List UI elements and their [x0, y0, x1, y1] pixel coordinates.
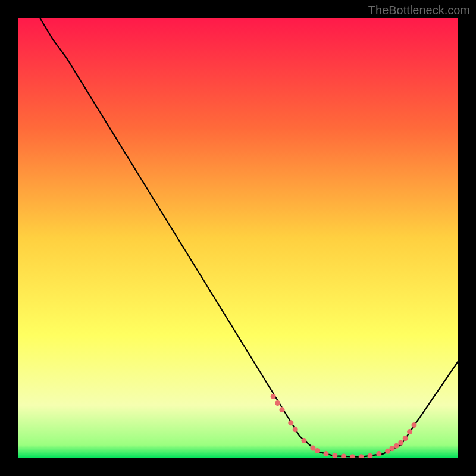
highlight-dot: [407, 429, 412, 434]
highlight-dot: [280, 407, 285, 412]
highlight-dot: [403, 436, 408, 441]
watermark-text: TheBottleneck.com: [368, 4, 470, 17]
highlight-dot: [315, 448, 320, 453]
highlight-dot: [271, 394, 276, 399]
highlight-dot: [302, 438, 307, 443]
highlight-dot: [288, 420, 293, 425]
highlight-dot: [293, 427, 298, 432]
highlight-dot: [412, 422, 417, 428]
highlight-dot: [324, 451, 329, 456]
highlight-dot: [275, 400, 280, 406]
bottleneck-chart: [18, 18, 458, 458]
chart-container: [18, 18, 458, 458]
chart-background: [18, 18, 458, 458]
highlight-dot: [376, 451, 381, 456]
highlight-dot: [332, 453, 337, 458]
highlight-dot: [394, 443, 399, 449]
highlight-dot: [398, 440, 403, 446]
